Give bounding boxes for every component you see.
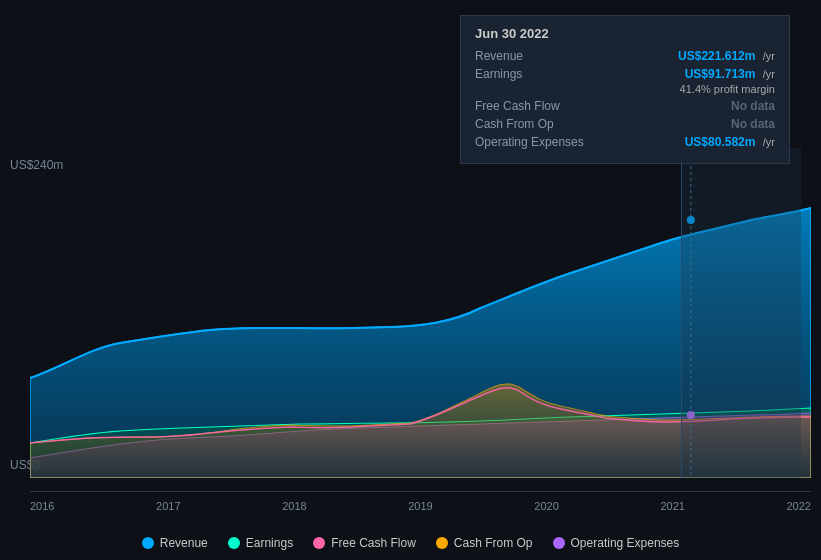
legend: Revenue Earnings Free Cash Flow Cash Fro…: [0, 536, 821, 550]
tooltip-label-fcf: Free Cash Flow: [475, 99, 595, 113]
legend-label-cashfromop: Cash From Op: [454, 536, 533, 550]
legend-dot-fcf: [313, 537, 325, 549]
tooltip-label-opex: Operating Expenses: [475, 135, 595, 149]
x-axis: [30, 491, 811, 492]
x-label-2018: 2018: [282, 500, 306, 512]
legend-dot-opex: [553, 537, 565, 549]
tooltip-row-revenue: Revenue US$221.612m /yr: [475, 49, 775, 63]
tooltip-value-opex: US$80.582m: [685, 135, 756, 149]
legend-item-revenue[interactable]: Revenue: [142, 536, 208, 550]
tooltip-value-earnings: US$91.713m: [685, 67, 756, 81]
x-label-2019: 2019: [408, 500, 432, 512]
tooltip-value-revenue: US$221.612m: [678, 49, 755, 63]
legend-item-fcf[interactable]: Free Cash Flow: [313, 536, 416, 550]
tooltip-value-fcf: No data: [731, 99, 775, 113]
profit-margin-text: 41.4% profit margin: [475, 83, 775, 95]
legend-item-cashfromop[interactable]: Cash From Op: [436, 536, 533, 550]
tooltip-unit-earnings: /yr: [763, 68, 775, 80]
tooltip-row-opex: Operating Expenses US$80.582m /yr: [475, 135, 775, 149]
x-label-2022: 2022: [786, 500, 810, 512]
legend-label-earnings: Earnings: [246, 536, 293, 550]
legend-dot-revenue: [142, 537, 154, 549]
tooltip-value-cashfromop: No data: [731, 117, 775, 131]
x-label-2021: 2021: [660, 500, 684, 512]
tooltip-label-earnings: Earnings: [475, 67, 595, 81]
tooltip-title: Jun 30 2022: [475, 26, 775, 41]
tooltip-label-revenue: Revenue: [475, 49, 595, 63]
tooltip-box: Jun 30 2022 Revenue US$221.612m /yr Earn…: [460, 15, 790, 164]
tooltip-row-cashfromop: Cash From Op No data: [475, 117, 775, 131]
legend-item-earnings[interactable]: Earnings: [228, 536, 293, 550]
tooltip-row-fcf: Free Cash Flow No data: [475, 99, 775, 113]
tooltip-row-earnings: Earnings US$91.713m /yr: [475, 67, 775, 81]
legend-label-fcf: Free Cash Flow: [331, 536, 416, 550]
x-label-2017: 2017: [156, 500, 180, 512]
legend-label-revenue: Revenue: [160, 536, 208, 550]
tooltip-label-cashfromop: Cash From Op: [475, 117, 595, 131]
x-label-2020: 2020: [534, 500, 558, 512]
tooltip-unit-opex: /yr: [763, 136, 775, 148]
legend-item-opex[interactable]: Operating Expenses: [553, 536, 680, 550]
x-labels: 2016 2017 2018 2019 2020 2021 2022: [30, 500, 811, 512]
chart-area: [30, 148, 811, 478]
legend-dot-earnings: [228, 537, 240, 549]
chart-container: Jun 30 2022 Revenue US$221.612m /yr Earn…: [0, 0, 821, 560]
highlight-region: [681, 148, 801, 478]
legend-dot-cashfromop: [436, 537, 448, 549]
legend-label-opex: Operating Expenses: [571, 536, 680, 550]
x-label-2016: 2016: [30, 500, 54, 512]
tooltip-unit-revenue: /yr: [763, 50, 775, 62]
